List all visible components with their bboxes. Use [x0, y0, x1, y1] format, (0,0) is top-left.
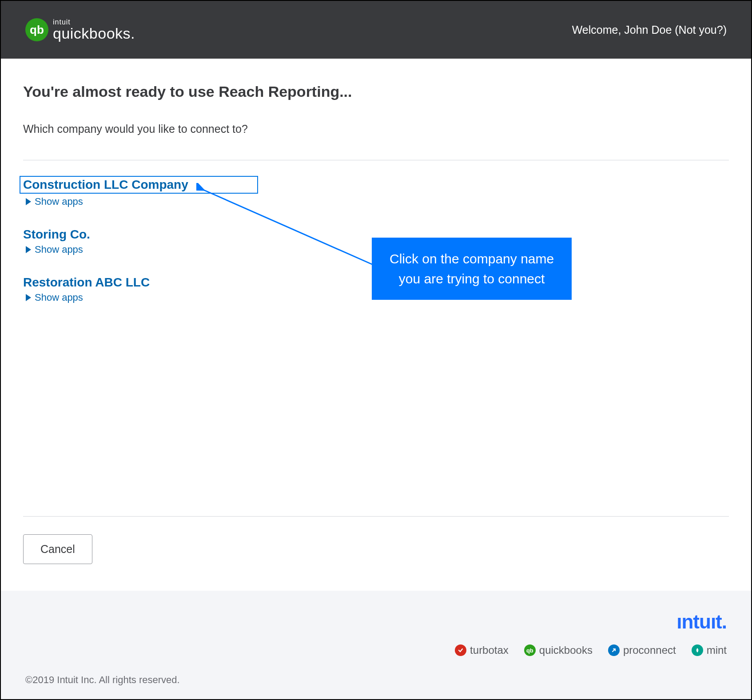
proconnect-icon	[608, 644, 620, 656]
show-apps-toggle[interactable]: Show apps	[26, 292, 729, 303]
quickbooks-logo: qb intuit quickbooks.	[25, 18, 135, 41]
quickbooks-badge-icon: qb	[25, 18, 48, 41]
divider-bottom	[23, 516, 729, 517]
brand-row: turbotax qb quickbooks proconnect mint	[25, 644, 727, 656]
welcome-username: John Doe	[624, 24, 672, 36]
company-item: Storing Co. Show apps	[23, 227, 729, 255]
brand-quickbooks[interactable]: qb quickbooks	[524, 644, 593, 656]
cancel-button[interactable]: Cancel	[23, 534, 92, 564]
not-you-link[interactable]: (Not you?)	[672, 24, 727, 36]
copyright-text: ©2019 Intuit Inc. All rights reserved.	[25, 674, 727, 686]
brand-mint[interactable]: mint	[692, 644, 727, 656]
brand-turbotax[interactable]: turbotax	[455, 644, 509, 656]
brand-proconnect-label: proconnect	[623, 644, 676, 656]
company-item: Construction LLC Company Show apps	[23, 176, 729, 207]
company-link-storing[interactable]: Storing Co.	[23, 227, 90, 242]
app-header: qb intuit quickbooks. Welcome, John Doe …	[1, 1, 751, 59]
brand-turbotax-label: turbotax	[470, 644, 509, 656]
show-apps-label: Show apps	[35, 292, 83, 303]
chevron-right-icon	[26, 294, 31, 301]
main-content: You're almost ready to use Reach Reporti…	[1, 59, 751, 591]
brand-proconnect[interactable]: proconnect	[608, 644, 676, 656]
show-apps-label: Show apps	[35, 196, 83, 207]
divider-top	[23, 160, 729, 160]
company-link-construction[interactable]: Construction LLC Company	[20, 176, 258, 194]
page-title: You're almost ready to use Reach Reporti…	[23, 83, 729, 100]
company-item: Restoration ABC LLC Show apps	[23, 275, 729, 303]
show-apps-toggle[interactable]: Show apps	[26, 244, 729, 255]
welcome-message: Welcome, John Doe (Not you?)	[572, 24, 727, 36]
chevron-right-icon	[26, 198, 31, 205]
quickbooks-icon: qb	[524, 644, 536, 656]
brand-mint-label: mint	[707, 644, 727, 656]
company-list: Construction LLC Company Show apps Stori…	[23, 176, 729, 516]
footer: ıntuıt. turbotax qb quickbooks proconnec…	[1, 591, 751, 699]
mint-icon	[692, 644, 703, 656]
company-link-restoration[interactable]: Restoration ABC LLC	[23, 275, 150, 290]
welcome-prefix: Welcome,	[572, 24, 625, 36]
show-apps-label: Show apps	[35, 244, 83, 255]
chevron-right-icon	[26, 246, 31, 253]
logo-quickbooks-text: quickbooks.	[53, 26, 135, 41]
show-apps-toggle[interactable]: Show apps	[26, 196, 729, 207]
intuit-logo: ıntuıt.	[676, 611, 727, 633]
turbotax-icon	[455, 644, 466, 656]
brand-quickbooks-label: quickbooks	[539, 644, 593, 656]
page-subtitle: Which company would you like to connect …	[23, 123, 729, 135]
